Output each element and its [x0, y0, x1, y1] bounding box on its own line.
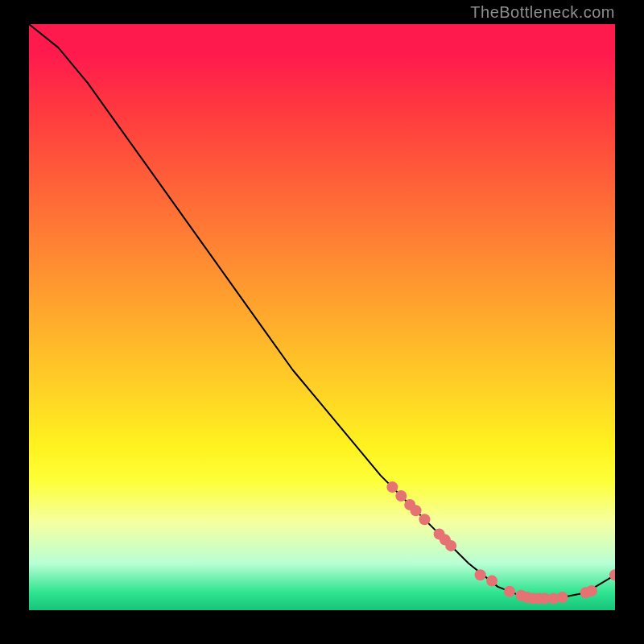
- data-point: [411, 505, 422, 516]
- plot-area: [29, 24, 615, 610]
- highlighted-points: [386, 481, 615, 604]
- data-point: [475, 569, 486, 580]
- curve-path: [29, 24, 615, 598]
- data-point: [557, 592, 568, 603]
- data-point: [609, 569, 615, 580]
- chart-stage: TheBottleneck.com: [0, 0, 644, 644]
- attribution-label: TheBottleneck.com: [470, 3, 615, 22]
- bottleneck-curve: [29, 24, 615, 598]
- data-point: [586, 585, 597, 597]
- curve-layer: [29, 24, 615, 610]
- data-point: [419, 514, 430, 525]
- data-point: [504, 586, 515, 597]
- data-point: [386, 481, 398, 493]
- data-point: [395, 490, 407, 502]
- data-point: [486, 576, 497, 587]
- data-point: [445, 540, 456, 551]
